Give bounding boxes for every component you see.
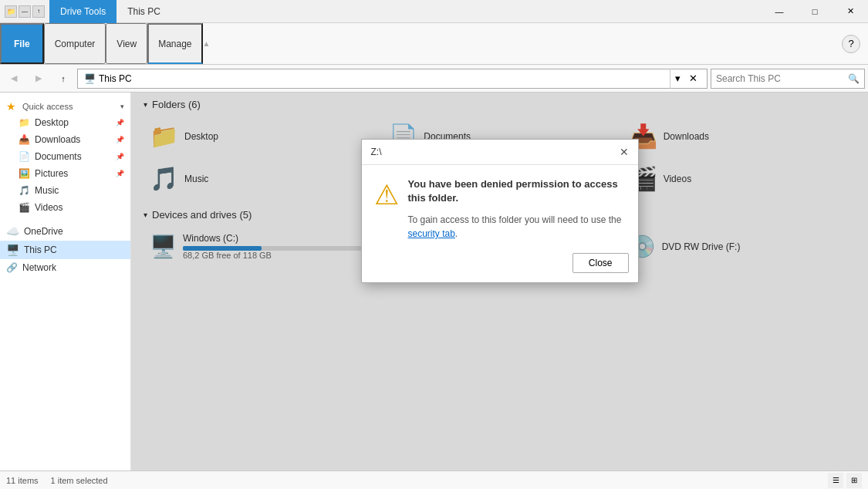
search-icon[interactable]: 🔍 (848, 73, 860, 84)
dialog-text-area: You have been denied permission to acces… (408, 177, 626, 241)
close-button[interactable]: ✕ (833, 0, 868, 23)
address-path-box[interactable]: 🖥️ This PC ▾ ✕ (77, 69, 708, 89)
title-tabs: Drive Tools This PC (49, 0, 171, 23)
quick-access-label: Quick access (22, 102, 73, 111)
dialog-main-text: You have been denied permission to acces… (408, 177, 626, 205)
sidebar-item-music[interactable]: 🎵 Music (0, 182, 130, 199)
address-bar: ◀ ▶ ↑ 🖥️ This PC ▾ ✕ 🔍 (0, 65, 868, 93)
pin-icon-downloads: 📌 (116, 136, 124, 143)
status-bar: 11 items 1 item selected ☰ ⊞ (0, 470, 868, 489)
content-area: ▾ Folders (6) 📁 Desktop 📄 Documents 📥 Do… (131, 93, 868, 470)
videos-folder-icon: 🎬 (19, 202, 30, 213)
help-button[interactable]: ? (842, 35, 860, 53)
sidebar-item-desktop[interactable]: 📁 Desktop 📌 (0, 114, 130, 131)
permission-dialog: Z:\ ✕ ⚠ You have been denied permission … (361, 139, 639, 283)
title-icon-3: ↑ (32, 5, 45, 18)
dialog-security-tab-link[interactable]: security tab (408, 228, 455, 239)
thispc-icon: 🖥️ (6, 244, 19, 256)
dialog-close-x-button[interactable]: ✕ (620, 146, 629, 158)
sidebar-label-documents: Documents (35, 151, 82, 162)
dialog-sub-prefix: To gain access to this folder you will n… (408, 214, 622, 225)
sidebar-item-pictures[interactable]: 🖼️ Pictures 📌 (0, 165, 130, 182)
view-toggle-buttons: ☰ ⊞ (828, 473, 862, 488)
pin-icon-documents: 📌 (116, 153, 124, 160)
status-items-count: 11 items (6, 476, 39, 485)
address-pc-icon: 🖥️ (84, 73, 96, 84)
dialog-link-suffix: . (455, 228, 458, 239)
ribbon: File Computer View Manage ▲ ? (0, 23, 868, 65)
quickaccess-chevron: ▾ (120, 103, 124, 110)
app-icon: 📁 (5, 5, 17, 18)
pictures-folder-icon: 🖼️ (19, 168, 30, 179)
view-details-button[interactable]: ☰ (828, 473, 843, 488)
ribbon-collapse-icon: ▲ (203, 39, 211, 48)
window-controls: — □ ✕ (762, 0, 868, 23)
address-clear-button[interactable]: ✕ (685, 69, 701, 89)
dialog-footer: Close (362, 247, 638, 282)
downloads-folder-icon: 📥 (19, 134, 30, 145)
maximize-button[interactable]: □ (797, 0, 833, 23)
sidebar-label-downloads: Downloads (35, 134, 80, 145)
address-text: This PC (99, 73, 670, 84)
pin-icon-desktop: 📌 (116, 119, 124, 126)
dialog-titlebar: Z:\ ✕ (362, 140, 638, 165)
sidebar-label-videos: Videos (35, 202, 62, 213)
dialog-overlay: Z:\ ✕ ⚠ You have been denied permission … (131, 93, 868, 470)
sidebar-label-desktop: Desktop (35, 117, 69, 128)
music-folder-icon: 🎵 (19, 185, 30, 196)
sidebar-label-music: Music (35, 185, 59, 196)
title-icon-2: — (19, 5, 31, 18)
sidebar-item-onedrive[interactable]: ☁️ OneDrive (0, 222, 130, 241)
ribbon-tab-computer[interactable]: Computer (44, 23, 106, 64)
dialog-sub-text: To gain access to this folder you will n… (408, 213, 626, 241)
onedrive-label: OneDrive (24, 226, 63, 237)
forward-button[interactable]: ▶ (28, 68, 49, 89)
address-dropdown-button[interactable]: ▾ (670, 69, 685, 89)
sidebar-item-thispc[interactable]: 🖥️ This PC (0, 241, 130, 259)
sidebar-item-downloads[interactable]: 📥 Downloads 📌 (0, 131, 130, 148)
onedrive-icon: ☁️ (6, 225, 19, 238)
sidebar-item-videos[interactable]: 🎬 Videos (0, 199, 130, 216)
tab-drive-tools[interactable]: Drive Tools (49, 0, 117, 23)
documents-folder-icon: 📄 (19, 151, 30, 162)
view-large-icons-button[interactable]: ⊞ (846, 473, 862, 488)
tab-this-pc[interactable]: This PC (117, 0, 171, 23)
ribbon-tab-manage[interactable]: Manage (147, 23, 202, 64)
warning-icon: ⚠ (374, 179, 399, 241)
dialog-close-button[interactable]: Close (572, 253, 629, 273)
back-button[interactable]: ◀ (3, 68, 25, 89)
thispc-label: This PC (24, 244, 57, 255)
sidebar-item-documents[interactable]: 📄 Documents 📌 (0, 148, 130, 165)
search-box[interactable]: 🔍 (711, 69, 865, 89)
quickaccess-icon: ★ (6, 100, 16, 113)
minimize-button[interactable]: — (762, 0, 797, 23)
dialog-body: ⚠ You have been denied permission to acc… (362, 165, 638, 247)
title-bar-icons: 📁 — ↑ (0, 5, 49, 18)
sidebar: ★ Quick access ▾ 📁 Desktop 📌 📥 Downloads… (0, 93, 131, 470)
sidebar-item-network[interactable]: 🔗 Network (0, 259, 130, 276)
dialog-title: Z:\ (371, 147, 382, 157)
up-button[interactable]: ↑ (52, 68, 74, 89)
sidebar-section-quickaccess[interactable]: ★ Quick access ▾ (0, 96, 130, 114)
search-input[interactable] (716, 73, 848, 84)
main-area: ★ Quick access ▾ 📁 Desktop 📌 📥 Downloads… (0, 93, 868, 470)
status-selected: 1 item selected (51, 476, 108, 485)
ribbon-tab-view[interactable]: View (106, 23, 147, 64)
sidebar-label-pictures: Pictures (35, 168, 68, 179)
pin-icon-pictures: 📌 (116, 170, 124, 177)
desktop-folder-icon: 📁 (19, 117, 30, 128)
title-bar: 📁 — ↑ Drive Tools This PC — □ ✕ (0, 0, 868, 23)
ribbon-tab-file[interactable]: File (0, 23, 44, 64)
network-label: Network (22, 262, 56, 273)
network-icon: 🔗 (6, 262, 18, 273)
